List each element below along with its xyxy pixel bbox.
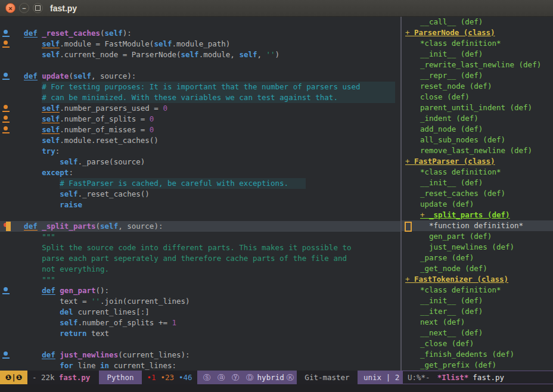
buffer-size: - 22k	[32, 371, 55, 384]
sidebar-item[interactable]: remove_last_newline (def)	[402, 145, 553, 156]
minimize-button[interactable]: −	[19, 3, 29, 13]
ilist-modeline[interactable]: U:%*- *Ilist* fast.py	[403, 371, 553, 384]
sidebar-item[interactable]: _close (def)	[402, 338, 553, 349]
sidebar-item[interactable]: _get_node (def)	[402, 263, 553, 274]
code-line[interactable]: not everything.	[0, 264, 400, 275]
vcs-branch[interactable]: Git-master	[297, 371, 358, 384]
sidebar-item[interactable]: *function definition*	[402, 220, 553, 231]
sidebar-item[interactable]: parent_until_indent (def)	[402, 102, 553, 113]
code-line[interactable]: self.module = FastModule(self.module_pat…	[0, 39, 400, 49]
sidebar-item[interactable]: next (def)	[402, 317, 553, 328]
sidebar-item[interactable]: _parse (def)	[402, 253, 553, 263]
code-line[interactable]	[0, 60, 400, 71]
code-line[interactable]: def _split_parts(self, source):	[0, 221, 400, 232]
code-line[interactable]: self._parse(source)	[0, 157, 400, 167]
code-line[interactable]: Split the source code into different par…	[0, 242, 400, 253]
code-line[interactable]: except:	[0, 167, 400, 178]
code-line[interactable]	[0, 210, 400, 221]
code-line[interactable]: del current_lines[:]	[0, 307, 400, 318]
sidebar-item[interactable]: *class definition*	[402, 167, 553, 178]
code-line[interactable]: """	[0, 275, 400, 285]
sidebar-item[interactable]: all_sub_nodes (def)	[402, 135, 553, 145]
expand-icon[interactable]: +	[405, 28, 414, 37]
sidebar-item[interactable]: + FastParser (class)	[402, 156, 553, 167]
code-line[interactable]: self.number_of_splits += 1	[0, 318, 400, 328]
sidebar-item-label: _indent (def)	[420, 114, 479, 123]
code-line[interactable]: self.number_parsers_used = 0	[0, 103, 400, 114]
code-line[interactable]: # can be minimized. With these variables…	[0, 92, 400, 103]
sidebar-item-label: __init__ (def)	[420, 178, 483, 187]
sidebar-item[interactable]: just_newlines (def)	[402, 242, 553, 253]
echo-area[interactable]	[0, 384, 553, 392]
code-text: # For testing purposes: It is important …	[0, 82, 361, 91]
code-line[interactable]: return text	[0, 328, 400, 339]
info-count: •46	[179, 371, 192, 384]
major-mode[interactable]: Python	[99, 371, 142, 384]
code-text: self.current_node = ParserNode(self.modu…	[0, 50, 279, 59]
sidebar-item[interactable]: add_node (def)	[402, 124, 553, 135]
code-line[interactable]: try:	[0, 146, 400, 157]
sidebar-item[interactable]: update (def)	[402, 199, 553, 210]
sidebar-item[interactable]: __init__ (def)	[402, 178, 553, 188]
code-line[interactable]: self.number_of_misses = 0	[0, 125, 400, 135]
code-line[interactable]: def update(self, source):	[0, 71, 400, 82]
sidebar-item[interactable]: __repr__ (def)	[402, 70, 553, 81]
minimize-icon: −	[22, 5, 26, 12]
code-line[interactable]: def just_newlines(current_lines):	[0, 350, 400, 360]
sidebar-item[interactable]: _finish_dedents (def)	[402, 349, 553, 360]
minor-modes[interactable]: ⓢ ⓐ ⓨ Ⓓ hybrid Ⓚ	[197, 371, 297, 384]
sidebar-item[interactable]: + ParserNode (class)	[402, 27, 553, 38]
titlebar: × − fast.py	[0, 0, 553, 17]
code-editor[interactable]: def _reset_caches(self): self.module = F…	[0, 17, 400, 371]
code-line[interactable]: def _reset_caches(self):	[0, 28, 400, 39]
maximize-button[interactable]	[33, 3, 43, 13]
sidebar-item[interactable]: __next__ (def)	[402, 328, 553, 338]
code-line[interactable]: # FastParser is cached, be careful with …	[0, 178, 400, 189]
sidebar-item[interactable]: reset_node (def)	[402, 81, 553, 92]
sidebar-item[interactable]: __iter__ (def)	[402, 306, 553, 317]
code-text: def gen_part():	[0, 286, 109, 295]
code-line[interactable]: parse each part seperately and therefore…	[0, 253, 400, 264]
expand-icon[interactable]: +	[405, 275, 414, 284]
sidebar-item[interactable]: _get_prefix (def)	[402, 360, 553, 371]
sidebar-item[interactable]: *class definition*	[402, 38, 553, 49]
code-line[interactable]: text = ''.join(current_lines)	[0, 296, 400, 307]
code-line[interactable]: def gen_part():	[0, 285, 400, 296]
code-line[interactable]: raise	[0, 200, 400, 210]
sidebar-item[interactable]: __init__ (def)	[402, 49, 553, 60]
buffer-info[interactable]: - 22k fast.py	[27, 371, 99, 384]
close-button[interactable]: ×	[5, 3, 15, 13]
sidebar-item[interactable]: *class definition*	[402, 285, 553, 295]
code-line[interactable]: # For testing purposes: It is important …	[0, 82, 400, 92]
sidebar-item[interactable]: _reset_caches (def)	[402, 188, 553, 199]
sidebar-item[interactable]: _indent (def)	[402, 113, 553, 124]
expand-icon[interactable]: +	[405, 157, 414, 166]
code-line[interactable]: self.number_of_splits = 0	[0, 114, 400, 125]
code-text: text = ''.join(current_lines)	[0, 297, 190, 306]
code-text: """	[0, 232, 55, 241]
code-text: self.number_parsers_used = 0	[0, 104, 167, 113]
code-line[interactable]: self.module.reset_caches()	[0, 135, 400, 146]
error-count: •1	[147, 371, 156, 384]
sidebar-item[interactable]: gen_part (def)	[402, 231, 553, 242]
imenu-sidebar[interactable]: __call__ (def)+ ParserNode (class)*class…	[402, 17, 553, 371]
code-line[interactable]: """	[0, 232, 400, 242]
sidebar-item[interactable]: + _split_parts (def)	[402, 210, 553, 220]
code-text: def just_newlines(current_lines):	[0, 350, 190, 359]
code-text: raise	[0, 200, 82, 209]
sidebar-item[interactable]: __init__ (def)	[402, 295, 553, 306]
code-line[interactable]	[0, 339, 400, 350]
expand-icon[interactable]: +	[420, 210, 429, 219]
sidebar-item[interactable]: _rewrite_last_newline (def)	[402, 60, 553, 70]
code-line[interactable]: self.current_node = ParserNode(self.modu…	[0, 49, 400, 60]
sidebar-item-label: _rewrite_last_newline (def)	[420, 60, 541, 69]
code-text: Split the source code into different par…	[0, 243, 352, 252]
flycheck-counts[interactable]: •1 •23 •46	[142, 371, 197, 384]
code-text: self.module = FastModule(self.module_pat…	[0, 39, 230, 48]
sidebar-item[interactable]: + FastTokenizer (class)	[402, 274, 553, 285]
code-line[interactable]: for line in current_lines:	[0, 360, 400, 371]
sidebar-item[interactable]: close (def)	[402, 92, 553, 102]
code-line[interactable]: self._reset_caches()	[0, 189, 400, 200]
sidebar-item[interactable]: __call__ (def)	[402, 17, 553, 27]
minor-mode-icon-k: Ⓚ	[287, 371, 296, 384]
